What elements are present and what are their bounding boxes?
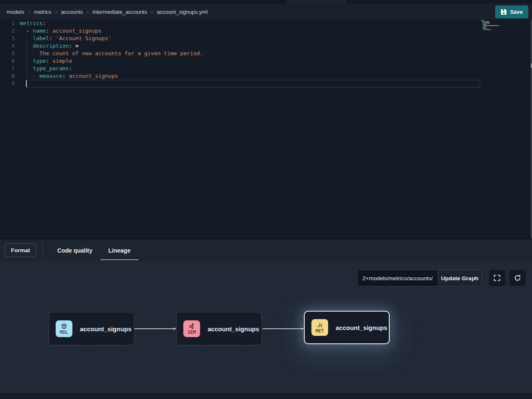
- bottom-status-band: [0, 393, 532, 399]
- minimap[interactable]: [481, 20, 507, 32]
- file-header: models›metrics›accounts›intermediate_acc…: [0, 4, 532, 20]
- code-editor[interactable]: 1metrics:2 - name: account_signups3 labe…: [0, 20, 532, 238]
- code-text: - name: account_signups: [20, 27, 102, 35]
- update-graph-button[interactable]: Update Graph: [438, 270, 481, 286]
- line-number: 1: [0, 20, 19, 27]
- indent-guide: [33, 50, 33, 57]
- tab-segment[interactable]: [524, 0, 532, 4]
- tab-code-quality[interactable]: Code quality: [49, 239, 100, 261]
- tab-segment[interactable]: [223, 0, 288, 4]
- refresh-button[interactable]: [509, 270, 526, 286]
- code-line[interactable]: 6 type: simple: [0, 57, 532, 65]
- line-number: 9: [0, 80, 19, 87]
- save-button[interactable]: Save: [495, 5, 528, 18]
- ide-root: models›metrics›accounts›intermediate_acc…: [0, 0, 532, 399]
- lineage-edge: [262, 328, 303, 329]
- code-line[interactable]: 8 measure: account_signups: [0, 72, 532, 80]
- chevron-right-icon: ›: [87, 8, 89, 15]
- node-label: account_signups: [208, 325, 259, 332]
- code-line[interactable]: 3 label: 'Account Signups': [0, 35, 532, 42]
- code-text: measure: account_signups: [20, 72, 118, 80]
- indent-guide: [26, 35, 27, 80]
- panel-tab-bar: Format Code qualityLineage: [0, 239, 532, 261]
- node-type-badge: MDL: [56, 320, 72, 337]
- indent-guide: [40, 50, 40, 57]
- line-number: 5: [0, 50, 19, 57]
- node-type-badge: SEM: [183, 320, 200, 337]
- lineage-node-met[interactable]: METaccount_signups: [304, 311, 390, 344]
- breadcrumb: models›metrics›accounts›intermediate_acc…: [7, 9, 208, 15]
- breadcrumb-item[interactable]: models: [7, 9, 24, 15]
- lineage-filter-group: Update Graph: [357, 270, 482, 286]
- tab-segment[interactable]: [346, 0, 405, 4]
- tab-segment[interactable]: [0, 0, 54, 4]
- lineage-filter-input[interactable]: [357, 270, 438, 286]
- badge-label: MDL: [60, 330, 68, 335]
- bottom-panel: Format Code qualityLineage Update Graph: [0, 238, 532, 399]
- breadcrumb-item[interactable]: account_signups.yml: [157, 9, 208, 15]
- tab-segment[interactable]: [462, 0, 524, 4]
- chevron-right-icon: ›: [28, 8, 30, 15]
- code-lines: 1metrics:2 - name: account_signups3 labe…: [0, 20, 532, 87]
- code-text: The count of new accounts for a given ti…: [20, 50, 203, 57]
- code-text: type: simple: [20, 57, 72, 65]
- tab-segment[interactable]: [288, 0, 346, 4]
- cube-icon: [61, 323, 67, 330]
- lineage-edge: [134, 328, 176, 329]
- code-line[interactable]: 5 The count of new accounts for a given …: [0, 50, 532, 57]
- tab-segment[interactable]: [54, 0, 111, 4]
- indent-guide: [33, 72, 33, 80]
- line-number: 8: [0, 72, 19, 80]
- top-tab-strip: [0, 0, 532, 4]
- badge-label: MET: [316, 329, 324, 334]
- editor-scrollbar[interactable]: [530, 20, 532, 238]
- floppy-disk-icon: [501, 9, 507, 15]
- lineage-node-sem[interactable]: SEMaccount_signups: [176, 312, 262, 345]
- code-text: description: >: [20, 42, 79, 50]
- line-number: 3: [0, 35, 19, 42]
- code-line[interactable]: 4 description: >: [0, 42, 532, 50]
- lineage-node-mdl[interactable]: MDLaccount_signups: [49, 312, 134, 345]
- code-line[interactable]: 1metrics:: [0, 20, 532, 27]
- code-text: metrics:: [20, 20, 46, 27]
- tab-segment[interactable]: [111, 0, 167, 4]
- code-text: label: 'Account Signups': [20, 35, 111, 42]
- code-text: type_params:: [20, 65, 72, 72]
- node-label: account_signups: [80, 325, 131, 332]
- save-button-label: Save: [510, 9, 523, 15]
- breadcrumb-item[interactable]: metrics: [34, 9, 51, 15]
- code-line[interactable]: 7 type_params:: [0, 65, 532, 72]
- node-type-badge: MET: [311, 319, 328, 336]
- cursor-line-highlight: [26, 80, 480, 87]
- lineage-controls: Update Graph: [357, 270, 526, 286]
- line-number: 2: [0, 27, 19, 35]
- fullscreen-icon: [493, 274, 501, 282]
- tab-lineage[interactable]: Lineage: [100, 239, 139, 261]
- bar-chart-icon: [316, 322, 323, 328]
- refresh-icon: [514, 274, 522, 282]
- divider: [42, 241, 43, 260]
- panel-tabs: Code qualityLineage: [49, 239, 139, 261]
- fullscreen-button[interactable]: [489, 270, 505, 286]
- tab-segment[interactable]: [167, 0, 223, 4]
- tab-segment[interactable]: [405, 0, 462, 4]
- node-label: account_signups: [336, 324, 387, 331]
- breadcrumb-item[interactable]: accounts: [61, 9, 83, 15]
- chevron-right-icon: ›: [55, 8, 57, 15]
- line-number: 4: [0, 42, 19, 50]
- code-line[interactable]: 2 - name: account_signups: [0, 27, 532, 35]
- semantic-graph-icon: [188, 323, 195, 330]
- line-number: 6: [0, 57, 19, 65]
- line-number: 7: [0, 65, 19, 72]
- format-button[interactable]: Format: [5, 243, 36, 257]
- text-cursor: [26, 80, 27, 87]
- badge-label: SEM: [188, 330, 196, 335]
- lineage-canvas[interactable]: Update Graph: [0, 261, 532, 393]
- chevron-right-icon: ›: [151, 8, 153, 15]
- breadcrumb-item[interactable]: intermediate_accounts: [93, 9, 147, 15]
